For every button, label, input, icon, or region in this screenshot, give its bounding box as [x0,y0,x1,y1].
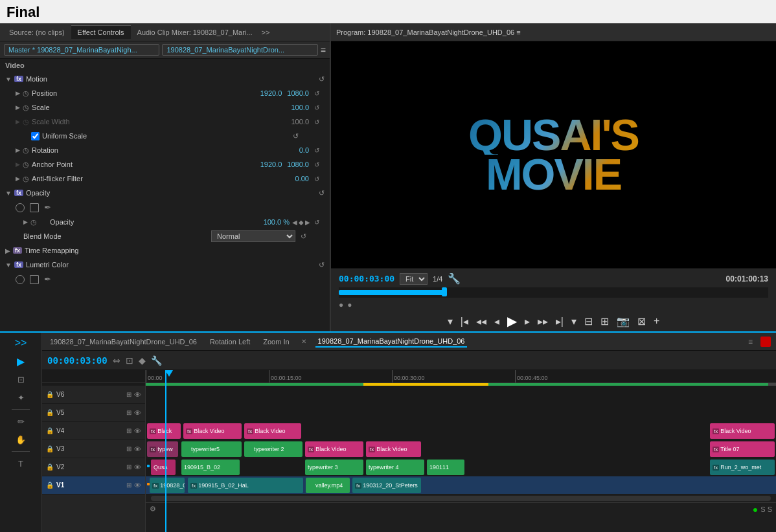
tab-overflow[interactable]: >> [258,28,272,36]
position-arrow[interactable]: ▶ [16,90,20,96]
rotation-arrow[interactable]: ▶ [16,147,20,153]
v2-clip-typewriter3[interactable]: typewriter 3 [305,460,363,475]
timeline-tab-1[interactable]: 190828_07_MarinaBayatNightDrone_UHD_06 [47,337,200,347]
timeline-select-tool[interactable]: ▶ [12,353,30,369]
v1-lock[interactable]: 🔒 [46,482,54,489]
scale-reset[interactable]: ↺ [314,104,319,111]
lumetri-fx-row[interactable]: ▼ fx Lumetri Color ↺ [0,258,330,272]
tab-source[interactable]: Source: (no clips) [3,26,71,39]
v2-clip-qusa[interactable]: Qusa [151,460,176,475]
opacity-arrow[interactable]: ▼ [5,190,12,197]
next-frame-btn[interactable]: ▸ [525,315,530,327]
v3-lock[interactable]: 🔒 [46,445,54,452]
v4-lock[interactable]: 🔒 [46,427,54,434]
scale-value[interactable]: 100.0 [291,104,309,111]
v1-clip-190828[interactable]: fx 190828_07_M [150,478,185,493]
insert-btn[interactable]: ⊟ [584,315,593,327]
wrench-icon[interactable]: 🔧 [448,272,461,285]
v4-clip-black-video-2[interactable]: fx Black Video [244,423,301,439]
opacity-reset[interactable]: ↺ [319,189,325,197]
opacity-prev[interactable]: ◀ [292,219,297,226]
rotation-reset[interactable]: ↺ [314,147,319,154]
timeline-pen[interactable]: ✏ [12,414,30,429]
v5-lock[interactable]: 🔒 [46,409,54,416]
timeline-timecode[interactable]: 00:00:03:00 [47,355,108,366]
v6-lock[interactable]: 🔒 [46,391,54,398]
v5-eye-icon[interactable]: 👁 [134,409,141,417]
anchor-y[interactable]: 1080.0 [287,161,309,168]
motion-fx-row[interactable]: ▼ fx Motion ↺ [0,72,330,86]
position-reset[interactable]: ↺ [314,90,319,97]
step-back-btn[interactable]: ◂◂ [476,315,486,327]
anti-flicker-value[interactable]: 0.00 [295,175,309,183]
timeline-tab-4[interactable]: 190828_07_MarinaBayatNightDrone_UHD_06 [315,336,468,348]
lumetri-reset[interactable]: ↺ [319,261,325,269]
blend-reset[interactable]: ↺ [301,232,306,241]
v3-clip-typewriter5[interactable]: typewriter5 [181,441,242,457]
v3-clip-black-video-1[interactable]: fx Black Video [305,441,363,457]
v2-clip-typewriter4[interactable]: typewriter 4 [366,460,424,475]
v1-clip-190312[interactable]: fx 190312_20_StPeters [352,478,421,493]
panel-menu-icon[interactable]: ≡ [321,45,326,55]
v1-eye-icon[interactable]: 👁 [134,482,141,489]
scale-width-reset[interactable]: ↺ [314,118,319,126]
tl-marker-btn[interactable]: ◆ [139,355,146,366]
scrubber-bar[interactable] [339,287,768,298]
opacity-fx-row[interactable]: ▼ fx Opacity ↺ [0,186,330,200]
tab-audio-clip-mixer[interactable]: Audio Clip Mixer: 190828_07_Mari... [131,26,259,39]
position-y[interactable]: 1080.0 [287,89,309,97]
motion-reset[interactable]: ↺ [319,75,325,83]
v4-track[interactable]: fx Black fx Black Video fx Black Video f… [146,422,776,440]
opacity-value-arrow[interactable]: ▶ [23,219,28,225]
tl-ripple-btn[interactable]: ⇔ [113,355,120,366]
prev-edit-btn[interactable]: |◂ [461,315,468,327]
motion-arrow[interactable]: ▼ [5,76,12,83]
prev-frame-btn[interactable]: ◂ [494,315,499,327]
step-fwd-btn[interactable]: ▸▸ [538,315,548,327]
mark-out-btn[interactable]: ▾ [571,315,576,327]
v2-clip-190915[interactable]: 190915_B_02 [181,460,240,475]
lumetri-arrow[interactable]: ▼ [5,261,12,269]
opacity-keyframe[interactable]: ◆ [299,219,304,226]
fit-select[interactable]: Fit [400,273,428,285]
opacity-next[interactable]: ▶ [305,219,310,226]
position-x[interactable]: 1920.0 [260,89,282,97]
scale-arrow[interactable]: ▶ [16,104,20,111]
v1-clip-190915[interactable]: fx 190915_B_02_HaL [188,478,303,493]
rotation-value[interactable]: 0.0 [299,146,309,154]
timeline-track-select[interactable]: ⊡ [12,371,30,387]
v6-track[interactable] [146,386,776,404]
anti-flicker-arrow[interactable]: ▶ [16,175,20,182]
v2-clip-190111[interactable]: 190111 [427,460,464,475]
timeline-tab-2[interactable]: Rotation Left [207,337,253,347]
tab-close[interactable]: ✕ [301,338,306,345]
timeline-menu-icon[interactable]: ≡ [748,337,753,346]
v1-clip-valley[interactable]: valley.mp4 [306,478,350,493]
anti-flicker-reset[interactable]: ↺ [314,175,319,183]
master-clip-selector[interactable]: Master * 190828_07_MarinaBayatNigh... [4,44,159,56]
timeline-overflow[interactable]: >> [12,335,30,351]
uniform-scale-reset[interactable]: ↺ [293,132,299,140]
v2-lock[interactable]: 🔒 [46,463,54,471]
v1-track[interactable]: fx 190828_07_M fx 190915_B_02_HaL valley… [146,476,776,494]
time-remapping-arrow[interactable]: ▶ [5,247,10,254]
next-edit-btn[interactable]: ▸| [556,315,564,327]
v3-track[interactable]: fx typew typewriter5 typewriter 2 fx Bla… [146,440,776,458]
v4-eye-icon[interactable]: 👁 [134,427,141,435]
v3-eye-icon[interactable]: 👁 [134,445,141,453]
v4-clip-black-video-3[interactable]: fx Black Video [710,423,775,439]
opacity-prop-reset[interactable]: ↺ [314,219,319,226]
mark-in-btn[interactable]: ▾ [448,315,453,327]
timeline-scrollbar[interactable] [151,496,771,501]
blend-mode-select[interactable]: Normal [211,230,295,242]
v3-clip-typew[interactable]: fx typew [147,441,178,457]
v3-clip-title07[interactable]: fx Title 07 [710,441,775,457]
timeline-tab-3[interactable]: Zoom In [260,337,291,347]
timeline-ruler[interactable]: 00:00 00:00:15:00 00:00:30:00 00:00:45:0… [146,370,776,383]
v6-eye-icon[interactable]: 👁 [134,391,141,399]
timeline-razor[interactable]: ✦ [12,390,30,405]
play-btn[interactable]: ▶ [507,313,517,329]
overwrite-btn[interactable]: ⊞ [600,315,609,327]
opacity-percentage[interactable]: 100.0 % [264,218,290,226]
timeline-type[interactable]: T [12,456,30,471]
